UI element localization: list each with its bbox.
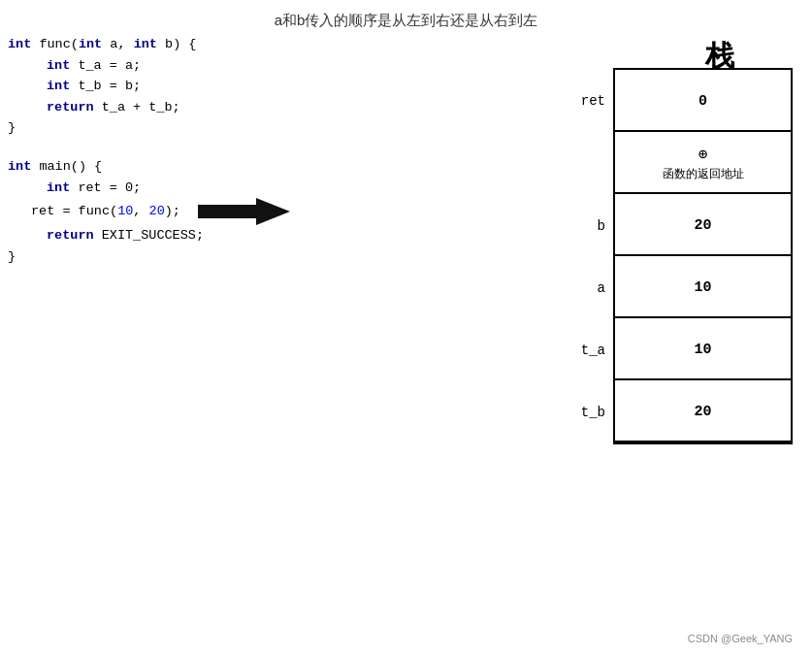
addr-text: 函数的返回地址 xyxy=(663,166,744,182)
label-a: a xyxy=(569,280,613,296)
func-line2: int t_b = b; xyxy=(8,76,386,97)
main-signature: int main() { xyxy=(8,156,386,178)
stack-row-ta: t_a 10 xyxy=(569,318,793,382)
stack-row-tb: t_b 20 xyxy=(569,380,793,444)
code-panel: int func(int a, int b) { int t_a = a; in… xyxy=(8,34,386,267)
main-line1: int ret = 0; xyxy=(8,178,386,199)
label-tb: t_b xyxy=(569,405,613,420)
cell-tb: 20 xyxy=(613,378,793,444)
cell-b: 20 xyxy=(613,192,793,258)
main-line3: return EXIT_SUCCESS; xyxy=(8,225,386,246)
cell-addr: ⊕ 函数的返回地址 xyxy=(613,130,793,196)
svg-marker-0 xyxy=(198,198,290,225)
page-title: a和b传入的顺序是从左到右还是从右到左 xyxy=(0,0,812,36)
main-close: } xyxy=(8,246,386,268)
stack-bottom-border xyxy=(569,442,793,444)
cell-a: 10 xyxy=(613,254,793,320)
stack-row-a: a 10 xyxy=(569,256,793,320)
stack-row-ret: ret 0 xyxy=(569,68,793,134)
cell-ret: 0 xyxy=(613,68,793,134)
label-ta: t_a xyxy=(569,343,613,358)
func-signature: int func(int a, int b) { xyxy=(8,34,386,55)
func-close: } xyxy=(8,117,386,139)
watermark: CSDN @Geek_YANG xyxy=(688,633,793,644)
func-line3: return t_a + t_b; xyxy=(8,97,386,118)
stack-row-addr: ⊕ 函数的返回地址 xyxy=(569,132,793,196)
label-b: b xyxy=(569,218,613,234)
arrow-icon xyxy=(198,198,290,225)
label-ret: ret xyxy=(569,93,613,109)
stack-wrapper: ret 0 ⊕ 函数的返回地址 b 20 a 10 t_a 10 t_b 20 xyxy=(569,68,793,442)
cell-ta: 10 xyxy=(613,316,793,382)
stack-row-b: b 20 xyxy=(569,194,793,258)
addr-symbol: ⊕ xyxy=(698,145,708,164)
main-line2: ret = func(10, 20); xyxy=(8,198,386,225)
func-line1: int t_a = a; xyxy=(8,55,386,77)
